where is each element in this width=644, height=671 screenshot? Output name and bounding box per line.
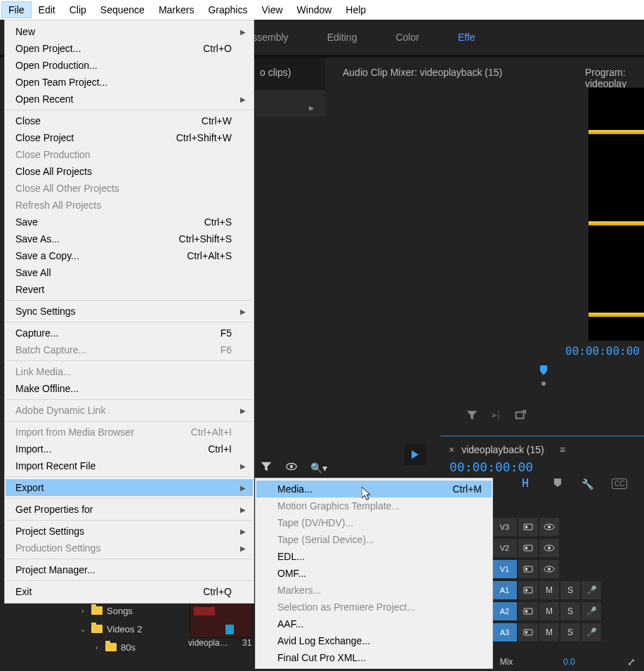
- menubar-window[interactable]: Window: [290, 1, 339, 18]
- menubar-help[interactable]: Help: [339, 1, 373, 18]
- filter-icon[interactable]: [466, 409, 478, 424]
- menubar-edit[interactable]: Edit: [32, 1, 63, 18]
- menu-item-capture[interactable]: Capture...F5: [6, 325, 253, 341]
- marker-icon[interactable]: [552, 477, 563, 490]
- sequence-timecode[interactable]: 00:00:00:00: [449, 460, 533, 474]
- submenu-item-aaf[interactable]: AAF...: [256, 615, 492, 632]
- track-label[interactable]: V2: [492, 538, 518, 558]
- menu-item-project-manager[interactable]: Project Manager...: [6, 561, 253, 578]
- menu-item-open-production[interactable]: Open Production...: [6, 57, 253, 74]
- solo-button[interactable]: S: [560, 601, 581, 621]
- menu-item-save-a-copy[interactable]: Save a Copy...Ctrl+Alt+S: [6, 247, 253, 264]
- track-a2[interactable]: A2 M S 🎤: [492, 601, 644, 622]
- menu-item-project-settings[interactable]: Project Settings▶: [6, 523, 253, 540]
- mute-button[interactable]: M: [539, 623, 560, 642]
- close-icon[interactable]: ×: [449, 444, 454, 455]
- menu-item-close[interactable]: CloseCtrl+W: [6, 112, 253, 129]
- menu-item-import[interactable]: Import...Ctrl+I: [6, 441, 253, 457]
- voiceover-icon[interactable]: 🎤: [581, 623, 602, 642]
- track-v2[interactable]: V2: [492, 538, 644, 559]
- submenu-item-final-cut-pro-xml[interactable]: Final Cut Pro XML...: [256, 649, 492, 666]
- wrench-icon[interactable]: 🔧: [581, 478, 593, 490]
- mute-button[interactable]: M: [539, 580, 560, 600]
- toggle-track-icon[interactable]: [518, 517, 539, 537]
- sequence-name[interactable]: videoplayback (15): [461, 444, 544, 455]
- project-play-icon[interactable]: [405, 444, 426, 465]
- toggle-track-icon[interactable]: [518, 538, 539, 558]
- menu-item-close-project[interactable]: Close ProjectCtrl+Shift+W: [6, 129, 253, 146]
- track-label[interactable]: A2: [492, 601, 518, 621]
- mix-track[interactable]: Mix 0.0 ⤢: [492, 652, 644, 671]
- ws-color[interactable]: Color: [395, 32, 419, 43]
- menubar-clip[interactable]: Clip: [63, 1, 93, 18]
- menu-item-new[interactable]: New▶: [6, 23, 253, 40]
- menubar-graphics[interactable]: Graphics: [201, 1, 254, 18]
- program-panel-tab[interactable]: Program: videoplay: [585, 67, 644, 89]
- menu-item-save-all[interactable]: Save All: [6, 264, 253, 281]
- track-label[interactable]: A3: [492, 623, 518, 642]
- menubar-markers[interactable]: Markers: [152, 1, 202, 18]
- ws-effects[interactable]: Effe: [458, 32, 475, 43]
- menubar-sequence[interactable]: Sequence: [93, 1, 152, 18]
- submenu-item-omf[interactable]: OMF...: [256, 565, 492, 582]
- chevron-down-icon[interactable]: ⌄: [79, 625, 87, 633]
- mix-value[interactable]: 0.0: [563, 657, 575, 667]
- menu-item-make-offline[interactable]: Make Offline...: [6, 380, 253, 397]
- menu-item-save[interactable]: SaveCtrl+S: [6, 214, 253, 230]
- program-timecode[interactable]: 00:00:00:00: [565, 344, 640, 358]
- voiceover-icon[interactable]: 🎤: [581, 580, 602, 600]
- eye-icon[interactable]: [285, 460, 298, 475]
- audio-mixer-tab[interactable]: Audio Clip Mixer: videoplayback (15): [343, 67, 502, 78]
- menu-item-open-recent[interactable]: Open Recent▶: [6, 91, 253, 108]
- search-icon[interactable]: 🔍▾: [310, 462, 327, 474]
- menu-item-export[interactable]: Export▶: [6, 479, 253, 496]
- chevron-right-icon[interactable]: ›: [93, 644, 101, 651]
- step-forward-icon[interactable]: ▸|: [492, 409, 500, 424]
- ws-editing[interactable]: Editing: [327, 32, 357, 43]
- toggle-track-icon[interactable]: [518, 623, 539, 642]
- menu-item-save-as[interactable]: Save As...Ctrl+Shift+S: [6, 230, 253, 247]
- expand-icon[interactable]: ⤢: [627, 656, 636, 667]
- voiceover-icon[interactable]: 🎤: [581, 601, 602, 621]
- chevron-right-icon[interactable]: ›: [79, 607, 87, 615]
- toggle-track-icon[interactable]: [518, 601, 539, 621]
- track-label[interactable]: A1: [492, 580, 518, 600]
- captions-icon[interactable]: CC: [612, 478, 627, 489]
- track-v3[interactable]: V3: [492, 516, 644, 538]
- menu-item-open-project[interactable]: Open Project...Ctrl+O: [6, 40, 253, 57]
- menu-item-revert[interactable]: Revert: [6, 281, 253, 298]
- submenu-item-media[interactable]: Media...Ctrl+M: [256, 481, 492, 497]
- submenu-item-edl[interactable]: EDL...: [256, 548, 492, 565]
- track-a1[interactable]: A1 M S 🎤: [492, 580, 644, 601]
- menu-item-get-properties-for[interactable]: Get Properties for▶: [6, 501, 253, 518]
- menu-item-open-team-project[interactable]: Open Team Project...: [6, 74, 253, 91]
- bin-80s[interactable]: › 80s: [65, 638, 142, 656]
- panel-flyout-icon[interactable]: ▸: [309, 102, 314, 113]
- track-a3[interactable]: A3 M S 🎤: [492, 622, 644, 643]
- eye-icon[interactable]: [539, 559, 560, 579]
- solo-button[interactable]: S: [560, 623, 581, 642]
- snap-icon[interactable]: [521, 476, 534, 491]
- bin-songs[interactable]: › Songs: [65, 601, 142, 620]
- source-panel-tab[interactable]: o clips): [260, 67, 291, 78]
- sequence-menu-icon[interactable]: ≡: [560, 444, 565, 455]
- bin-videos2[interactable]: ⌄ Videos 2: [65, 620, 142, 638]
- eye-icon[interactable]: [539, 517, 560, 537]
- submenu-item-avid-log-exchange[interactable]: Avid Log Exchange...: [256, 632, 492, 649]
- clip-thumbnail[interactable]: [190, 603, 253, 638]
- track-label[interactable]: V1: [492, 559, 518, 579]
- menu-item-sync-settings[interactable]: Sync Settings▶: [6, 303, 253, 320]
- menu-item-import-recent-file[interactable]: Import Recent File▶: [6, 457, 253, 474]
- solo-button[interactable]: S: [560, 580, 581, 600]
- menubar-file[interactable]: File: [1, 1, 32, 18]
- menubar-view[interactable]: View: [254, 1, 289, 18]
- toggle-track-icon[interactable]: [518, 559, 539, 579]
- track-v1[interactable]: V1: [492, 559, 644, 580]
- program-playhead[interactable]: [537, 365, 550, 389]
- toggle-track-icon[interactable]: [518, 580, 539, 600]
- menu-item-close-all-projects[interactable]: Close All Projects: [6, 163, 253, 180]
- export-frame-icon[interactable]: [514, 409, 527, 424]
- mute-button[interactable]: M: [539, 601, 560, 621]
- eye-icon[interactable]: [539, 538, 560, 558]
- menu-item-exit[interactable]: ExitCtrl+Q: [6, 583, 253, 600]
